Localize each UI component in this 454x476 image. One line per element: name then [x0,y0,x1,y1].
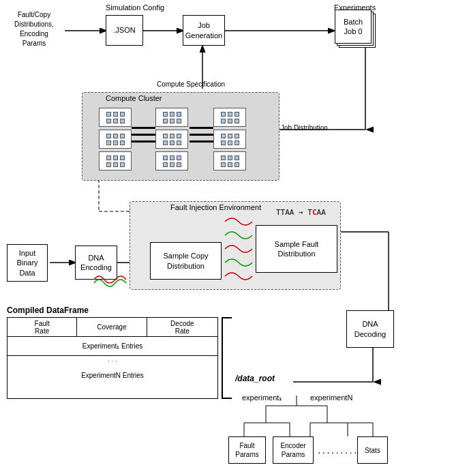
bracket [222,317,232,399]
ellipsis-row: · · · [7,356,217,366]
data-root-label: /data_root [235,374,275,383]
diagram: Fault/CopyDistributions,EncodingParams S… [0,0,454,476]
dataframe-table: FaultRate Coverage DecodeRate Experiment… [7,317,218,399]
coverage-header: Coverage [77,318,147,336]
fault-rate-header: FaultRate [7,318,77,336]
experiment1-label: experiment₁ [242,393,282,402]
server-unit [155,151,188,170]
server-connection-6 [190,140,213,143]
job-generation-box: JobGeneration [183,15,225,46]
server-group-1 [99,108,132,170]
experimentN-entries: ExperimentN Entries [7,366,217,385]
compute-cluster-label: Compute Cluster [106,94,162,102]
server-unit [155,108,188,127]
server-connection-1 [132,127,155,129]
stats-box: Stats [357,436,388,464]
ttaa-end: AA [317,208,326,217]
ttaa-label: TTAA → TCAA [276,208,326,217]
fault-copy-label: Fault/CopyDistributions,EncodingParams [3,10,65,48]
job-distribution-label: Job Distribution [281,124,328,132]
server-unit [213,151,246,170]
input-binary-box: InputBinaryData [7,244,48,282]
fault-injection-label: Fault Injection Environment [170,203,261,211]
server-group-2 [155,108,188,170]
server-unit [213,108,246,127]
compute-spec-label: Compute Specification [157,80,225,88]
fault-waves [222,211,259,290]
server-unit [213,130,246,149]
sample-copy-box: Sample CopyDistribution [150,242,222,280]
sample-fault-box: Sample FaultDistribution [256,225,337,273]
server-connection-5 [190,134,213,136]
dna-decoding-box: DNADecoding [346,310,394,348]
server-unit [99,130,132,149]
server-group-3 [213,108,246,170]
batch-job-box: BatchJob 0 [335,10,372,44]
dna-encoding-wave [91,269,132,290]
fault-params-box: FaultParams [228,436,266,464]
simulation-config-label: Simulation Config [106,3,164,12]
experimentN-label: experimentN [310,393,352,402]
server-unit [99,108,132,127]
server-unit [155,130,188,149]
experiment1-entries: Experiment₁ Entries [7,337,217,355]
encoder-params-box: EncoderParams [273,436,314,464]
server-connection-2 [132,134,155,136]
server-connection-3 [132,140,155,143]
decode-rate-header: DecodeRate [147,318,217,336]
server-unit [99,151,132,170]
ttaa-c: C [312,208,317,217]
server-connection-4 [190,127,213,129]
ellipsis-label: ......... [317,447,358,456]
json-box: .JSON [106,15,143,46]
compiled-dataframe-title: Compiled DataFrame [7,306,89,315]
